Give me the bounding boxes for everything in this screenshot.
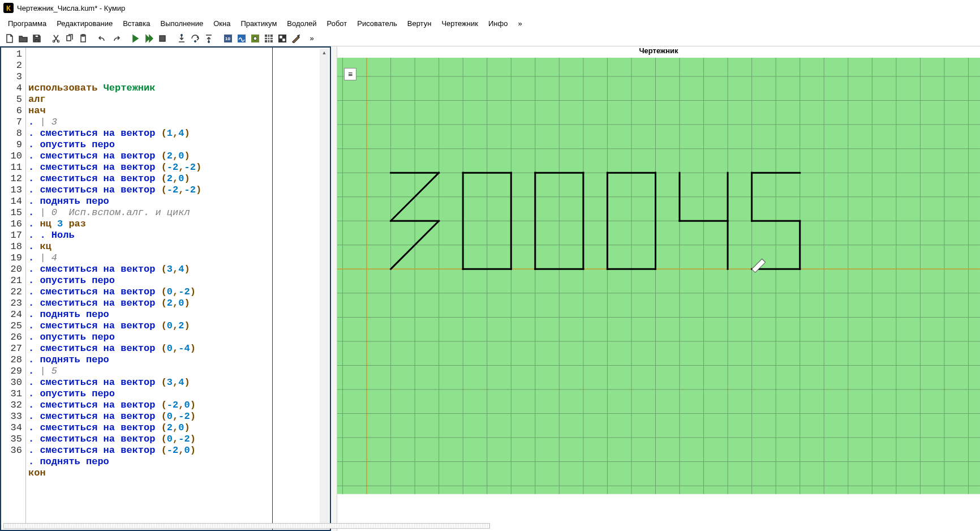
step-over-button[interactable]	[189, 32, 201, 45]
menu-11[interactable]: Инфо	[484, 18, 512, 29]
code-line[interactable]: . сместиться на вектор (-2,-2)	[28, 162, 328, 173]
save-file-button[interactable]	[31, 32, 43, 45]
menu-6[interactable]: Водолей	[282, 18, 321, 29]
code-line[interactable]: . сместиться на вектор (0,-4)	[28, 343, 328, 354]
code-line[interactable]: . опустить перо	[28, 275, 328, 286]
canvas-menu-button[interactable]: ≡	[344, 68, 356, 80]
stop-button[interactable]	[156, 32, 169, 45]
menu-5[interactable]: Практикум	[236, 18, 281, 29]
scroll-up-icon[interactable]: ▲	[320, 49, 328, 57]
code-line[interactable]: . нц 3 раз	[28, 219, 328, 230]
actor-paint-button[interactable]	[290, 32, 302, 45]
code-area[interactable]: использовать Чертежникалгнач. | 3. смест…	[26, 48, 330, 530]
line-number: 34	[1, 422, 22, 434]
code-line[interactable]: . сместиться на вектор (2,0)	[28, 151, 328, 162]
grid-10-button[interactable]: 10	[222, 32, 234, 45]
copy-button[interactable]	[63, 32, 76, 45]
open-file-button[interactable]	[17, 32, 29, 45]
pane-splitter[interactable]	[331, 46, 337, 531]
run-continue-button[interactable]	[143, 32, 155, 45]
actor-wave-button[interactable]	[235, 32, 248, 45]
code-line[interactable]: . сместиться на вектор (0,-2)	[28, 286, 328, 298]
drawing-canvas	[337, 58, 980, 494]
actor-grid-icon	[264, 34, 273, 43]
menu-7[interactable]: Робот	[323, 18, 352, 29]
svg-rect-11	[278, 35, 286, 42]
run-button[interactable]	[129, 32, 141, 45]
code-line[interactable]: . сместиться на вектор (1,4)	[28, 128, 328, 139]
code-line[interactable]: . кц	[28, 241, 328, 252]
menubar: ПрограммаРедактированиеВставкаВыполнение…	[0, 16, 980, 31]
code-line[interactable]: . сместиться на вектор (-2,0)	[28, 400, 328, 411]
code-line[interactable]: . | 0 Исп.вспом.алг. и цикл	[28, 207, 328, 219]
line-number: 33	[1, 411, 22, 422]
menu-8[interactable]: Рисователь	[353, 18, 401, 29]
actor-turtle-button[interactable]	[249, 32, 261, 45]
actor-wave-icon	[237, 34, 246, 43]
redo-button[interactable]	[110, 32, 122, 45]
toolbar-overflow[interactable]: »	[306, 32, 318, 45]
grid-10-icon: 10	[223, 34, 233, 43]
line-number: 11	[1, 162, 22, 173]
code-line[interactable]: . поднять перо	[28, 456, 328, 468]
code-line[interactable]: . . Ноль	[28, 230, 328, 241]
code-line[interactable]: . сместиться на вектор (-2,-2)	[28, 185, 328, 196]
menu-1[interactable]: Редактирование	[52, 18, 117, 29]
code-line[interactable]: . опустить перо	[28, 388, 328, 400]
line-number: 4	[1, 83, 22, 94]
menu-3[interactable]: Выполнение	[156, 18, 208, 29]
run-icon	[131, 34, 140, 43]
code-line[interactable]: . сместиться на вектор (2,0)	[28, 298, 328, 309]
code-line[interactable]: кон	[28, 468, 328, 479]
paste-button[interactable]	[77, 32, 89, 45]
code-line[interactable]: . поднять перо	[28, 354, 328, 366]
line-number: 29	[1, 366, 22, 377]
step-out-button[interactable]	[203, 32, 215, 45]
code-line[interactable]: использовать Чертежник	[28, 83, 328, 94]
code-line[interactable]: нач	[28, 105, 328, 117]
svg-point-9	[253, 37, 257, 40]
code-line[interactable]: . поднять перо	[28, 196, 328, 207]
line-number: 16	[1, 219, 22, 230]
editor-scrollbar[interactable]: ▲ ▼	[320, 49, 329, 529]
menu-9[interactable]: Вертун	[403, 18, 436, 29]
actor-game-button[interactable]	[276, 32, 289, 45]
code-line[interactable]: . сместиться на вектор (0,-2)	[28, 411, 328, 422]
line-number: 30	[1, 377, 22, 388]
code-line[interactable]: . опустить перо	[28, 332, 328, 343]
menu-12[interactable]: »	[513, 18, 526, 29]
code-line[interactable]: . сместиться на вектор (0,-2)	[28, 434, 328, 445]
code-line[interactable]: . | 4	[28, 252, 328, 264]
code-line[interactable]: . | 5	[28, 366, 328, 377]
toolbar: 10»	[0, 31, 980, 46]
undo-button[interactable]	[96, 32, 109, 45]
line-number: 1	[1, 49, 22, 60]
code-line[interactable]: . | 3	[28, 117, 328, 128]
code-line[interactable]: . сместиться на вектор (3,4)	[28, 377, 328, 388]
line-number: 23	[1, 298, 22, 309]
code-line[interactable]: . опустить перо	[28, 139, 328, 151]
line-number: 18	[1, 241, 22, 252]
step-into-button[interactable]	[175, 32, 188, 45]
menu-2[interactable]: Вставка	[118, 18, 154, 29]
canvas-area[interactable]: ≡	[337, 58, 980, 531]
new-file-button[interactable]	[3, 32, 16, 45]
code-line[interactable]: . сместиться на вектор (3,4)	[28, 264, 328, 275]
code-line[interactable]: . сместиться на вектор (-2,0)	[28, 445, 328, 456]
menu-10[interactable]: Чертежник	[437, 18, 483, 29]
actor-grid-button[interactable]	[263, 32, 275, 45]
cut-button[interactable]	[50, 32, 62, 45]
line-number: 6	[1, 105, 22, 117]
code-line[interactable]: . поднять перо	[28, 309, 328, 320]
stop-icon	[158, 34, 167, 43]
code-line[interactable]: . сместиться на вектор (0,2)	[28, 320, 328, 332]
menu-4[interactable]: Окна	[209, 18, 235, 29]
menu-0[interactable]: Программа	[3, 18, 51, 29]
code-line[interactable]: . сместиться на вектор (2,0)	[28, 173, 328, 185]
line-number: 9	[1, 139, 22, 151]
code-line[interactable]: . сместиться на вектор (2,0)	[28, 422, 328, 434]
code-line[interactable]: алг	[28, 94, 328, 105]
main-area: 1234567891011121314151617181920212223242…	[0, 46, 980, 531]
paste-icon	[79, 34, 88, 43]
new-file-icon	[5, 34, 14, 43]
